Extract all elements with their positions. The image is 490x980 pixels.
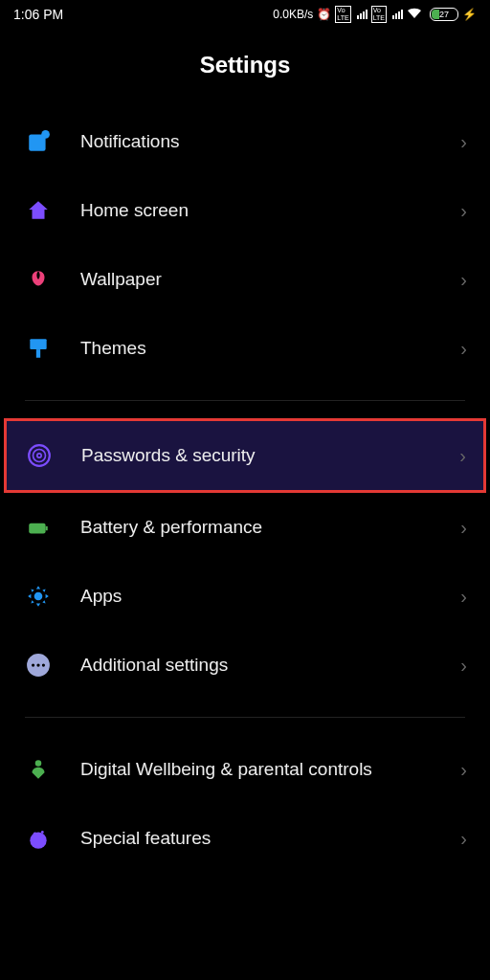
- chevron-right-icon: ›: [460, 517, 467, 539]
- svg-rect-7: [29, 523, 45, 534]
- signal-icon: [392, 10, 403, 19]
- chevron-right-icon: ›: [460, 200, 467, 222]
- status-indicators: 0.0KB/s ⏰ VoLTE VoLTE 27 ⚡: [273, 6, 477, 23]
- settings-list: Notifications › Home screen › Wallpaper …: [0, 107, 490, 873]
- chevron-right-icon: ›: [460, 269, 467, 291]
- svg-rect-8: [46, 526, 48, 530]
- chevron-right-icon: ›: [460, 338, 467, 360]
- settings-item-label: Digital Wellbeing & parental controls: [80, 758, 434, 781]
- notifications-icon: [23, 126, 54, 157]
- settings-item-label: Apps: [80, 585, 434, 608]
- svg-point-6: [37, 454, 41, 457]
- settings-item-label: Notifications: [80, 130, 434, 153]
- svg-point-16: [33, 833, 37, 836]
- page-title: Settings: [0, 29, 490, 107]
- svg-point-11: [32, 663, 34, 666]
- special-features-icon: [23, 823, 54, 854]
- settings-item-special-features[interactable]: Special features ›: [6, 804, 484, 873]
- home-icon: [23, 195, 54, 226]
- charging-icon: ⚡: [462, 8, 477, 21]
- svg-point-5: [33, 450, 46, 462]
- chevron-right-icon: ›: [460, 759, 467, 781]
- wallpaper-icon: [23, 264, 54, 295]
- svg-point-1: [41, 130, 50, 139]
- settings-item-label: Passwords & security: [81, 444, 433, 467]
- volte-icon: VoLTE: [371, 6, 387, 23]
- volte-icon: VoLTE: [335, 6, 350, 23]
- network-speed: 0.0KB/s: [273, 8, 313, 21]
- chevron-right-icon: ›: [460, 131, 467, 153]
- wellbeing-icon: [23, 754, 54, 785]
- battery-pct: 27: [439, 10, 449, 19]
- battery-perf-icon: [23, 512, 54, 543]
- battery-icon: 27: [430, 8, 458, 21]
- settings-item-label: Themes: [80, 337, 434, 360]
- svg-point-15: [30, 833, 46, 849]
- svg-rect-3: [36, 349, 40, 358]
- settings-item-notifications[interactable]: Notifications ›: [6, 107, 484, 176]
- svg-point-17: [41, 831, 44, 834]
- settings-item-label: Special features: [80, 827, 434, 850]
- alarm-icon: ⏰: [317, 8, 331, 21]
- apps-icon: [23, 581, 54, 612]
- themes-icon: [23, 333, 54, 364]
- chevron-right-icon: ›: [460, 586, 467, 608]
- chevron-right-icon: ›: [459, 445, 466, 467]
- settings-item-battery-performance[interactable]: Battery & performance ›: [6, 493, 484, 562]
- status-time: 1:06 PM: [13, 7, 63, 22]
- status-bar: 1:06 PM 0.0KB/s ⏰ VoLTE VoLTE 27 ⚡: [0, 0, 490, 29]
- svg-rect-2: [30, 339, 46, 349]
- settings-item-home-screen[interactable]: Home screen ›: [6, 176, 484, 245]
- settings-item-themes[interactable]: Themes ›: [6, 314, 484, 383]
- divider: [25, 717, 465, 718]
- settings-item-label: Additional settings: [80, 654, 434, 677]
- fingerprint-icon: [24, 440, 55, 471]
- svg-point-13: [42, 663, 45, 666]
- more-icon: [23, 650, 54, 680]
- signal-icon: [357, 10, 368, 19]
- settings-item-digital-wellbeing[interactable]: Digital Wellbeing & parental controls ›: [6, 735, 484, 804]
- settings-item-label: Wallpaper: [80, 268, 434, 291]
- settings-item-label: Battery & performance: [80, 516, 434, 539]
- divider: [25, 400, 465, 401]
- svg-point-12: [36, 663, 39, 666]
- settings-item-label: Home screen: [80, 199, 434, 222]
- settings-item-additional-settings[interactable]: Additional settings ›: [6, 631, 484, 700]
- chevron-right-icon: ›: [460, 828, 467, 850]
- svg-point-14: [35, 760, 42, 767]
- settings-item-wallpaper[interactable]: Wallpaper ›: [6, 245, 484, 314]
- svg-point-4: [29, 445, 50, 466]
- settings-item-passwords-security[interactable]: Passwords & security ›: [4, 418, 486, 493]
- chevron-right-icon: ›: [460, 655, 467, 677]
- settings-item-apps[interactable]: Apps ›: [6, 562, 484, 631]
- svg-point-9: [34, 592, 43, 601]
- wifi-icon: [407, 8, 422, 22]
